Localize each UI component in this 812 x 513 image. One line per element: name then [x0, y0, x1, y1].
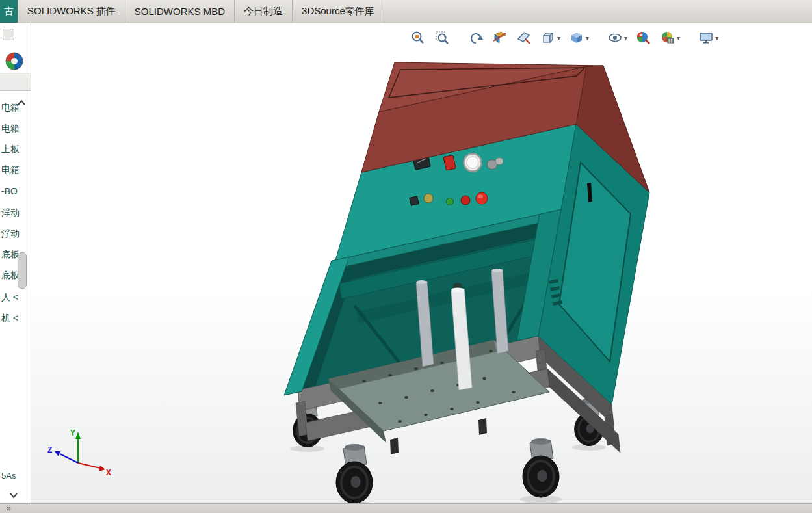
indicator-green[interactable]: [447, 198, 454, 205]
dynamic-annotation-views-icon: [516, 30, 532, 46]
section-view-button[interactable]: [490, 28, 510, 47]
tab-today-manufacturing[interactable]: 今日制造: [235, 0, 293, 23]
svg-text:X: X: [106, 468, 111, 477]
emergency-stop-button[interactable]: [476, 192, 488, 204]
svg-text:Y: Y: [70, 428, 75, 438]
orientation-triad[interactable]: Y X Z: [47, 423, 112, 478]
eye-icon: [607, 30, 623, 46]
section-view-icon: [492, 30, 508, 46]
tree-scroll-down-icon[interactable]: [9, 492, 18, 499]
dropdown-caret-icon[interactable]: ▾: [557, 34, 560, 42]
tree-scrollbar-thumb[interactable]: [18, 252, 27, 289]
tab-solidworks-mbd[interactable]: SOLIDWORKS MBD: [125, 0, 235, 23]
zoom-to-area-button[interactable]: [432, 28, 452, 47]
panel-icon[interactable]: [3, 29, 14, 40]
tree-item[interactable]: -BO: [1, 186, 31, 200]
tree-item[interactable]: 电箱: [1, 164, 31, 179]
previous-view-button[interactable]: [466, 28, 486, 47]
zoom-to-fit-button[interactable]: [408, 28, 428, 47]
dropdown-caret-icon[interactable]: ▾: [624, 34, 627, 42]
triad-y-axis[interactable]: Y: [70, 428, 81, 463]
dropdown-caret-icon[interactable]: ▾: [677, 34, 680, 42]
feature-manager-panel: 电箱 电箱 上板 电箱 -BO 浮动 浮动 底板 底板 人 < 机 < 5As: [0, 23, 31, 504]
dropdown-caret-icon[interactable]: ▾: [586, 34, 589, 42]
tree-item[interactable]: 浮动: [1, 207, 31, 222]
hide-show-items-button[interactable]: ▾: [605, 28, 629, 47]
display-style-button[interactable]: ▾: [567, 28, 591, 47]
tree-item[interactable]: 人 <: [1, 292, 31, 306]
status-expand-chevron[interactable]: »: [7, 504, 11, 513]
leveling-foot: [390, 438, 399, 454]
tab-clipped[interactable]: 古: [0, 0, 18, 23]
leveling-foot: [478, 418, 487, 435]
edit-appearance-icon: [636, 30, 651, 46]
tree-item[interactable]: 机 <: [1, 313, 31, 327]
monitor-icon: [698, 30, 714, 46]
appearance-ball-icon[interactable]: [4, 51, 25, 72]
tree-item[interactable]: 底板: [1, 270, 31, 284]
tree-item[interactable]: 上板: [1, 144, 31, 158]
view-orientation-button[interactable]: ▾: [538, 28, 562, 47]
triad-z-axis[interactable]: Z: [47, 445, 78, 463]
caster-wheel-front-right[interactable]: [523, 438, 559, 497]
selector-button-yellow[interactable]: [424, 194, 433, 203]
status-bar: »: [0, 503, 812, 513]
edit-appearance-button[interactable]: [634, 28, 653, 47]
tree-item[interactable]: 电箱: [1, 102, 31, 116]
tree-item-bottom[interactable]: 5As: [1, 471, 16, 480]
display-style-icon: [569, 30, 584, 46]
caster-wheel-front-left[interactable]: [336, 444, 373, 503]
apply-scene-icon: [660, 30, 675, 46]
heads-up-toolbar: ▾ ▾ ▾: [408, 27, 720, 48]
tree-item[interactable]: 电箱: [1, 123, 31, 137]
tab-3dsource-parts-library[interactable]: 3DSource零件库: [293, 0, 384, 23]
dynamic-annotation-views-button[interactable]: [514, 28, 534, 47]
zoom-to-area-icon: [434, 30, 450, 46]
svg-text:Z: Z: [47, 445, 52, 454]
triad-x-axis[interactable]: X: [78, 463, 111, 477]
view-orientation-icon: [540, 30, 556, 46]
tab-solidworks-addins[interactable]: SOLIDWORKS 插件: [18, 0, 125, 23]
view-settings-button[interactable]: ▾: [696, 28, 720, 47]
dropdown-caret-icon[interactable]: ▾: [715, 34, 718, 42]
apply-scene-button[interactable]: ▾: [658, 28, 682, 47]
zoom-to-fit-icon: [410, 30, 426, 46]
previous-view-icon: [468, 30, 484, 46]
solidworks-window: 古 SOLIDWORKS 插件 SOLIDWORKS MBD 今日制造 3DSo…: [0, 0, 812, 513]
tree-item[interactable]: 底板: [1, 249, 31, 263]
command-manager-tabbar: 古 SOLIDWORKS 插件 SOLIDWORKS MBD 今日制造 3DSo…: [0, 0, 812, 23]
push-button-red[interactable]: [461, 196, 470, 205]
tree-item[interactable]: 浮动: [1, 228, 31, 243]
3d-model-machine[interactable]: [0, 0, 812, 513]
panel-tab-strip[interactable]: [0, 73, 31, 91]
